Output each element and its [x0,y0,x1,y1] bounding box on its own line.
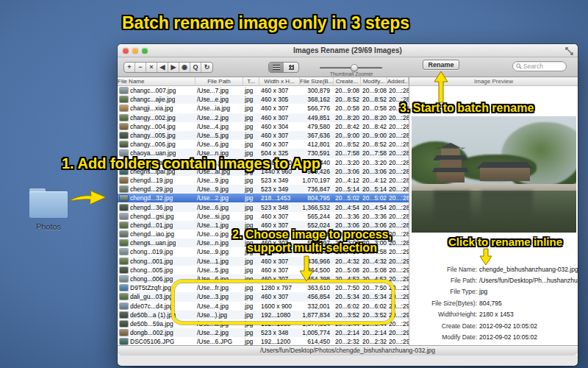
cell-path: /Use...si.jpg [196,213,243,220]
arrow-down-small-icon [478,248,493,266]
table-row[interactable]: chong...005.jpg/Use...5.jpgjpg460 x 3073… [118,266,409,275]
table-row[interactable]: chengd...29.jpg/Use...9.jpgjpg523 x 3497… [118,185,409,194]
cell-type: jpg [243,96,259,103]
cell-modify: 20...5:14 [361,185,387,193]
column-header-7[interactable]: Added... [387,77,409,85]
cell-modify: 20...8:52 [361,96,387,103]
cell-added: 20...:28 [387,123,409,130]
cell-size: 368,162 [300,96,334,103]
file-thumbnail [120,88,128,93]
slider-knob[interactable] [351,64,358,71]
search-input[interactable]: Search [512,61,567,71]
cell-create: 20...9:08 [334,87,361,94]
toolbar-button-group: +−×◀▶◉Q↻ [123,62,213,73]
cell-dims: 460 x 307 [259,258,300,265]
table-row[interactable]: changy...002.jpg/Use...2.jpgjpg460 x 307… [118,113,409,122]
cell-path: /Use...2.jpg [196,194,243,202]
column-header-5[interactable]: Create... [334,77,361,85]
photos-folder-icon[interactable] [29,188,68,218]
cell-modify: 20...4:12 [361,177,387,184]
thumbnail-zoomer-label: Thumbnail Zoomer [307,71,395,77]
table-row[interactable]: chengd...36.jpg/Use...6.jpgjpg523 x 3481… [118,202,409,211]
grid-view-button[interactable] [284,63,298,72]
table-row[interactable]: chengd...32.jpg/Use...2.jpgjpg218...1453… [118,194,409,202]
table-row[interactable]: changc...007.jpg/Use...7.jpgjpg460 x 307… [118,86,409,95]
cell-added: 20...:29 [387,338,409,345]
metadata-value: 2012-09-02 10:05:02 [479,333,578,341]
cell-dims: 460 x 307 [259,266,300,274]
preview-reflection [434,191,470,226]
table-row[interactable]: changy...005.jpg/Use...5.jpgjpg460 x 307… [118,131,409,140]
cell-size: 566,776 [300,105,334,112]
table-row[interactable]: chengd...19.jpg/Use...9.jpgjpg523 x 3491… [118,176,409,185]
close-button[interactable] [123,48,129,54]
metadata-value-filename-editable[interactable]: chengde_bishushanzhuang-032.jpg [479,266,578,273]
column-header-1[interactable]: File Path [196,77,243,85]
remove-button[interactable]: − [135,63,146,72]
magnifier-button[interactable]: Q [190,63,201,72]
table-row[interactable]: changy...004.jpg/Use...4.jpgjpg460 x 304… [118,122,409,131]
cell-type: jpg [243,123,259,130]
cell-modify: 20...4:32 [361,258,387,265]
cell-path: /Use...4.jpg [196,123,243,130]
annotation-step2-line2: support multi-selection [232,241,392,255]
cell-size: 565,244 [300,213,334,220]
add-button[interactable]: + [124,63,135,72]
folder-body [29,191,68,218]
thumbnail-zoomer-slider[interactable] [320,67,382,69]
column-header-4[interactable]: File Size(B... [300,77,334,85]
preview-reflection [481,191,533,220]
metadata-row: WidthxHeight:2180 x 1453 [409,309,578,320]
list-view-button[interactable] [269,63,284,72]
column-header-3[interactable]: Width x H... [259,77,300,85]
file-thumbnail [120,285,128,291]
cell-create: 20...4:54 [334,204,361,211]
rename-button[interactable]: Rename [423,60,459,70]
cell-path: /Use...2.jpg [196,329,243,336]
table-row[interactable]: dongb...002.jpg/Use...2.jpgjpg523 x 3481… [118,328,409,337]
cell-path: /Use...e.jpg [196,96,243,103]
quicklook-eye-button[interactable]: ◉ [179,63,190,72]
cell-modify: 20...2:14 [361,329,387,336]
column-header-6[interactable]: Modify... [361,77,387,85]
table-row[interactable]: changy...006.jpg/Use...6.jpgjpg460 x 307… [118,140,409,149]
refresh-button[interactable]: ↻ [201,63,212,72]
prev-image-button[interactable]: ◀ [157,63,168,72]
file-thumbnail [120,124,128,130]
table-row[interactable]: changji...xia.jpg/Use...ia.jpgjpg460 x 3… [118,104,409,113]
cell-added: 20...:28 [387,87,409,94]
column-header-2[interactable]: T... [243,77,259,85]
metadata-row: File Path:/Users/fun/Desktop/Ph...hushan… [409,275,578,286]
cell-create: 20...8:52 [334,96,361,103]
cell-dims: 218...1453 [259,194,300,202]
cell-added: 20...:28 [387,185,409,193]
zoom-button[interactable] [142,48,148,54]
next-image-button[interactable]: ▶ [168,63,179,72]
arrow-right-icon [68,187,107,208]
metadata-row: File Size(Bytes):804,795 [409,297,578,308]
resize-grip-icon[interactable] [565,47,573,55]
metadata-label: File Name: [409,266,477,273]
cell-size: 479,580 [300,123,334,130]
cell-name: chengd...29.jpg [118,185,196,193]
cell-size: 412,801 [300,141,334,148]
cell-added: 20...:28 [387,213,409,220]
minimize-button[interactable] [132,48,138,54]
cell-create: 20...8:52 [334,141,361,148]
cell-dims: 460 x 305 [259,96,300,103]
desktop-background: Batch rename image only in 3 steps Photo… [0,0,588,368]
delete-button[interactable]: × [146,63,157,72]
cell-path: /Use...9.jpg [196,177,243,184]
cell-path: /Use...1.jpg [196,258,243,265]
table-row[interactable]: chong...001.jpg/Use...1.jpgjpg460 x 3074… [118,257,409,266]
table-row[interactable]: changc...ajie.jpg/Use...e.jpgjpg460 x 30… [118,95,409,104]
cell-modify: 20...3:36 [361,213,387,220]
window-title: Images Rename (29/69 Images) [118,44,578,57]
cell-name: chong...001.jpg [118,258,196,265]
file-thumbnail [120,186,128,192]
cell-dims: 523 x 349 [259,177,300,184]
cell-create: 20...0:58 [334,105,361,112]
column-header-0[interactable]: File Name [118,77,196,85]
table-row[interactable]: chengd...gsi.jpg/Use...si.jpgjpg460 x 30… [118,212,409,221]
cell-dims: 523 x 349 [259,185,300,193]
